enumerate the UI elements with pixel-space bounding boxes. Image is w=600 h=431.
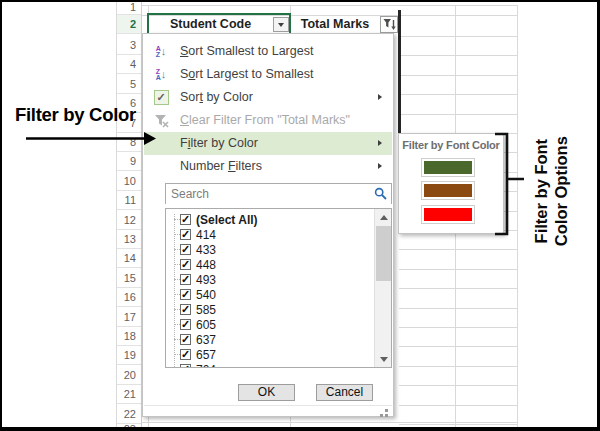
- font-color-swatch-green[interactable]: [421, 158, 475, 177]
- scrollbar-down-button[interactable]: [375, 351, 392, 367]
- color-swatch-icon: [424, 161, 472, 174]
- checkbox-icon[interactable]: [180, 334, 191, 345]
- row-header[interactable]: 13: [117, 230, 141, 249]
- menu-item-label: Clear Filter From "Total Marks": [180, 109, 350, 132]
- ok-button[interactable]: OK: [238, 384, 295, 401]
- submenu-arrow-icon: [378, 140, 382, 146]
- font-color-swatch-brown[interactable]: [421, 181, 475, 200]
- row-header[interactable]: 21: [117, 385, 141, 404]
- checkbox-icon[interactable]: [180, 319, 191, 330]
- row-header[interactable]: 3: [117, 36, 141, 55]
- list-item-label: 540: [196, 288, 216, 302]
- resize-grip[interactable]: [380, 414, 383, 417]
- menu-item-number-filters[interactable]: Number Filters: [144, 155, 392, 178]
- filter-dropdown-menu: AZ↓ Sort Smallest to Largest ZA↓ Sort La…: [142, 33, 394, 417]
- row-header[interactable]: 12: [117, 211, 141, 230]
- menu-item-sort-by-color[interactable]: ✓ Sort by Color: [144, 86, 392, 109]
- list-item[interactable]: 585: [166, 302, 391, 317]
- submenu-arrow-icon: [378, 163, 382, 169]
- student-code-filter-dropdown-button[interactable]: [273, 17, 289, 32]
- row-header[interactable]: 14: [117, 249, 141, 268]
- gridline: [148, 417, 149, 429]
- font-color-swatch-red[interactable]: [421, 205, 475, 224]
- row-header[interactable]: 15: [117, 269, 141, 288]
- dropdown-arrow-icon: [278, 23, 284, 27]
- filter-by-font-color-submenu: Filter by Font Color: [398, 133, 504, 234]
- menu-item-filter-by-color[interactable]: Filter by Color: [144, 132, 392, 155]
- row-header[interactable]: 19: [117, 346, 141, 365]
- menu-item-clear-filter[interactable]: Clear Filter From "Total Marks": [144, 109, 392, 132]
- checkbox-icon[interactable]: [180, 304, 191, 315]
- checkbox-icon[interactable]: [180, 289, 191, 300]
- scrollbar-thumb[interactable]: [376, 226, 391, 281]
- list-item[interactable]: 637: [166, 332, 391, 347]
- sort-descending-icon: ZA↓: [151, 66, 171, 83]
- menu-item-label: Sort by Color: [180, 86, 253, 109]
- row-header[interactable]: 17: [117, 308, 141, 327]
- row-header[interactable]: 5: [117, 75, 141, 94]
- sort-ascending-icon: AZ↓: [151, 43, 171, 60]
- row-header[interactable]: 22: [117, 405, 141, 424]
- scrollbar-down-icon: [380, 357, 388, 362]
- column-header-total-marks: Total Marks: [290, 15, 380, 34]
- column-header-student-code: Student Code: [148, 15, 273, 34]
- row-header[interactable]: 18: [117, 327, 141, 346]
- row-header[interactable]: 16: [117, 288, 141, 307]
- checkbox-icon[interactable]: [180, 364, 191, 368]
- gridline: [148, 5, 149, 15]
- filter-value-list: (Select All) 414 433 448 493 540 585 605…: [165, 208, 392, 368]
- list-item[interactable]: 448: [166, 257, 391, 272]
- submenu-arrow-icon: [378, 94, 382, 100]
- annotation-bracket: [490, 131, 528, 237]
- search-icon[interactable]: [374, 187, 388, 201]
- cancel-button[interactable]: Cancel: [316, 384, 373, 401]
- clear-filter-icon: [151, 112, 171, 129]
- menu-item-sort-smallest[interactable]: AZ↓ Sort Smallest to Largest: [144, 40, 392, 63]
- list-item-label: 493: [196, 273, 216, 287]
- list-item-label: 605: [196, 318, 216, 332]
- total-marks-filter-button[interactable]: [380, 16, 398, 33]
- list-item-label: 585: [196, 303, 216, 317]
- filter-sorted-icon: [383, 18, 396, 31]
- scrollbar[interactable]: [374, 209, 391, 367]
- row-header[interactable]: 20: [117, 366, 141, 385]
- submenu-title: Filter by Font Color: [399, 139, 503, 151]
- menu-item-label: Number Filters: [180, 155, 262, 178]
- checkbox-icon[interactable]: [180, 229, 191, 240]
- row-header[interactable]: 9: [117, 152, 141, 171]
- menu-item-sort-largest[interactable]: ZA↓ Sort Largest to Smallest: [144, 63, 392, 86]
- checkbox-icon[interactable]: [180, 259, 191, 270]
- row-header[interactable]: 11: [117, 191, 141, 210]
- scrollbar-up-button[interactable]: [375, 209, 392, 225]
- list-item[interactable]: 605: [166, 317, 391, 332]
- list-item-select-all[interactable]: (Select All): [166, 212, 391, 227]
- row-header[interactable]: 4: [117, 55, 141, 74]
- checkbox-icon[interactable]: [180, 244, 191, 255]
- panel-divider: [144, 405, 392, 406]
- gridline: [290, 417, 291, 429]
- search-input[interactable]: [166, 185, 391, 204]
- list-item[interactable]: 493: [166, 272, 391, 287]
- menu-item-label: Sort Largest to Smallest: [180, 63, 313, 86]
- list-item-label: 433: [196, 243, 216, 257]
- row-header-selected[interactable]: 2: [117, 15, 141, 34]
- list-item[interactable]: 433: [166, 242, 391, 257]
- menu-item-label: Sort Smallest to Largest: [180, 40, 313, 63]
- checkbox-icon[interactable]: [180, 214, 191, 225]
- list-item[interactable]: 540: [166, 287, 391, 302]
- row-header-column: 1 2 3 4 5 6 7 8 9 10 11 12 13 14 15 16 1…: [116, 2, 142, 429]
- annotation-right-line2: Color Options: [551, 91, 571, 291]
- list-item[interactable]: 704: [166, 362, 391, 368]
- list-item-label: 657: [196, 348, 216, 362]
- search-box: [165, 183, 392, 204]
- row-header[interactable]: 10: [117, 172, 141, 191]
- list-item[interactable]: 657: [166, 347, 391, 362]
- checkmark-icon: ✓: [151, 89, 171, 106]
- row-header[interactable]: 23: [117, 424, 141, 429]
- list-item-label: 637: [196, 333, 216, 347]
- color-swatch-icon: [424, 184, 472, 197]
- checkbox-icon[interactable]: [180, 274, 191, 285]
- row-header[interactable]: 1: [117, 2, 141, 15]
- list-item[interactable]: 414: [166, 227, 391, 242]
- checkbox-icon[interactable]: [180, 349, 191, 360]
